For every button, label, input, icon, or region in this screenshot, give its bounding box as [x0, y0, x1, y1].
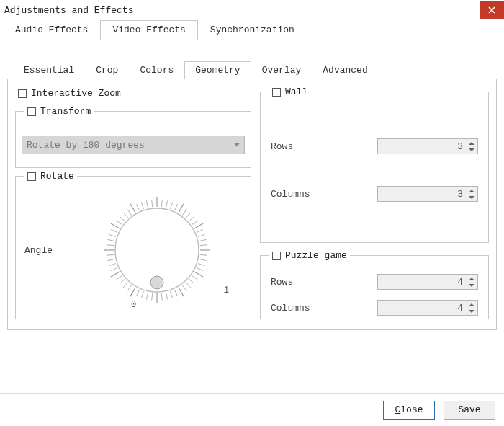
titlebar: Adjustments and Effects: [0, 0, 504, 20]
svg-line-36: [130, 288, 135, 296]
svg-line-60: [152, 200, 153, 207]
close-window-button[interactable]: [480, 1, 504, 19]
chevron-down-icon: [469, 284, 474, 287]
sub-tabs: Essential Crop Colors Geometry Overlay A…: [7, 62, 497, 79]
puzzle-rows-row: Rows 4: [271, 271, 478, 293]
wall-group: Wall Rows 3 Columns 3: [260, 86, 489, 243]
chevron-down-icon: [469, 148, 474, 151]
svg-line-2: [161, 200, 162, 207]
transform-label: Transform: [40, 106, 91, 117]
dial-min-label: 0: [131, 300, 136, 310]
puzzle-rows-spinner[interactable]: 4: [377, 274, 478, 290]
tab-audio-effects[interactable]: Audio Effects: [3, 20, 100, 40]
wall-legend: Wall: [269, 86, 310, 97]
svg-line-39: [120, 279, 125, 284]
svg-line-6: [179, 204, 184, 213]
save-button-label: Save: [458, 404, 480, 415]
svg-line-4: [171, 202, 173, 209]
svg-line-34: [141, 291, 143, 298]
chevron-down-icon: [234, 143, 240, 147]
chevron-down-icon: [469, 310, 474, 313]
wall-cols-spinner[interactable]: 3: [377, 186, 478, 202]
rotate-label: Rotate: [40, 171, 74, 182]
svg-line-58: [141, 202, 143, 209]
angle-dial[interactable]: 0 1: [75, 189, 239, 311]
dial-one-label: 1: [224, 285, 229, 296]
dialog-footer: Close Save: [0, 393, 504, 426]
chevron-up-icon: [469, 142, 474, 145]
puzzle-rows-value: 4: [378, 277, 477, 288]
chevron-up-icon: [469, 303, 474, 306]
svg-line-13: [198, 234, 205, 236]
svg-line-47: [107, 245, 114, 246]
svg-line-37: [127, 285, 132, 291]
svg-line-50: [111, 230, 117, 233]
svg-line-41: [111, 272, 120, 277]
svg-line-15: [200, 245, 207, 246]
chevron-down-icon: [469, 196, 474, 199]
svg-line-21: [194, 272, 203, 277]
svg-line-27: [174, 290, 177, 296]
svg-line-9: [189, 216, 194, 221]
wall-rows-label: Rows: [271, 141, 293, 152]
svg-line-45: [107, 254, 114, 255]
close-button-rest: lose: [400, 404, 423, 415]
transform-checkbox[interactable]: [27, 107, 36, 116]
rotate-group: Rotate Angle 0 1: [15, 171, 251, 319]
close-button[interactable]: Close: [383, 401, 435, 420]
transform-select[interactable]: Rotate by 180 degrees: [22, 136, 245, 154]
interactive-zoom-checkbox[interactable]: [18, 89, 27, 98]
rotate-checkbox[interactable]: [27, 172, 36, 181]
svg-line-55: [127, 209, 132, 215]
save-button[interactable]: Save: [444, 401, 495, 420]
tab-synchronization[interactable]: Synchronization: [198, 20, 307, 40]
close-icon: [488, 6, 495, 14]
wall-cols-row: Columns 3: [271, 183, 478, 205]
puzzle-group: Puzzle game Rows 4 Columns 4: [260, 250, 489, 319]
svg-line-40: [116, 275, 122, 280]
svg-line-3: [166, 201, 168, 208]
transform-select-value: Rotate by 180 degrees: [27, 140, 145, 151]
puzzle-cols-label: Columns: [271, 303, 310, 314]
svg-line-48: [108, 239, 115, 241]
tab-crop[interactable]: Crop: [85, 61, 129, 79]
main-tabs: Audio Effects Video Effects Synchronizat…: [0, 20, 504, 40]
svg-line-54: [123, 213, 128, 218]
svg-line-20: [197, 267, 203, 270]
svg-line-19: [198, 264, 205, 266]
rotate-legend: Rotate: [24, 171, 77, 182]
wall-checkbox[interactable]: [272, 88, 281, 97]
svg-line-12: [197, 230, 203, 233]
wall-cols-value: 3: [378, 189, 477, 200]
svg-line-8: [186, 213, 191, 218]
video-effects-panel: Essential Crop Colors Geometry Overlay A…: [0, 40, 504, 337]
wall-cols-label: Columns: [271, 189, 310, 200]
svg-line-25: [182, 285, 186, 291]
svg-line-43: [109, 264, 116, 266]
wall-rows-value: 3: [378, 141, 477, 152]
svg-line-24: [186, 283, 191, 288]
tab-geometry[interactable]: Geometry: [184, 61, 251, 79]
svg-line-22: [192, 275, 198, 280]
chevron-up-icon: [469, 190, 474, 192]
tab-video-effects[interactable]: Video Effects: [100, 20, 197, 40]
puzzle-checkbox[interactable]: [272, 252, 281, 260]
tab-overlay[interactable]: Overlay: [251, 61, 312, 79]
puzzle-cols-row: Columns 4: [271, 297, 478, 319]
transform-group: Transform Rotate by 180 degrees: [15, 106, 251, 168]
tab-essential[interactable]: Essential: [13, 61, 85, 79]
dial-icon: [96, 189, 218, 311]
wall-rows-row: Rows 3: [271, 136, 478, 157]
svg-line-5: [174, 204, 177, 210]
puzzle-label: Puzzle game: [285, 250, 347, 261]
transform-legend: Transform: [24, 106, 94, 117]
tab-colors[interactable]: Colors: [129, 61, 184, 79]
svg-point-61: [150, 276, 163, 289]
puzzle-cols-spinner[interactable]: 4: [377, 300, 478, 316]
svg-line-38: [123, 283, 128, 288]
geometry-panel: Interactive Zoom Transform Rotate by 180…: [7, 79, 497, 330]
svg-line-44: [108, 259, 115, 261]
svg-line-49: [109, 234, 116, 236]
tab-advanced[interactable]: Advanced: [312, 61, 378, 79]
wall-rows-spinner[interactable]: 3: [377, 138, 478, 154]
